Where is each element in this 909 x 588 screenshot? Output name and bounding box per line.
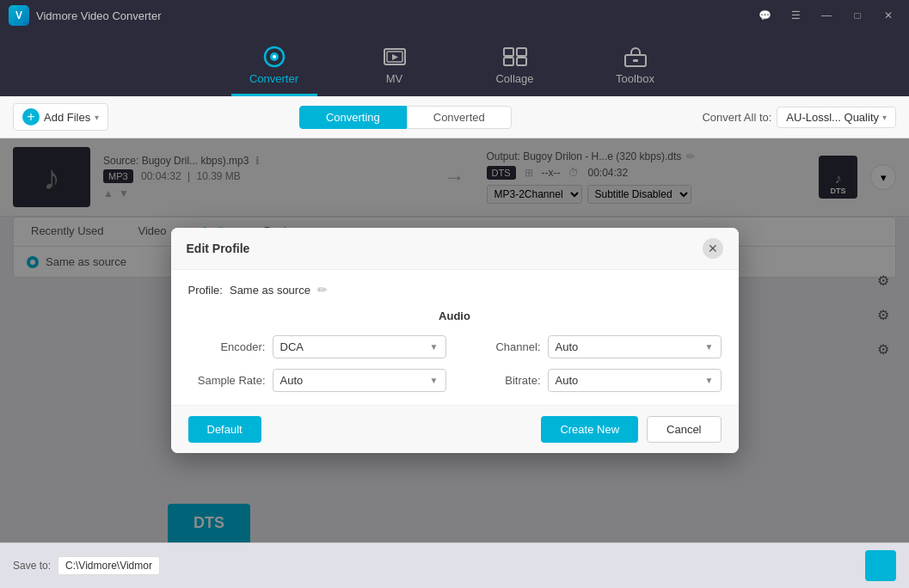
- add-files-button[interactable]: + Add Files ▾: [13, 103, 108, 131]
- mv-icon: [381, 45, 408, 69]
- convert-all-select[interactable]: AU-Lossl... Quality ▾: [777, 107, 896, 128]
- converter-icon: [261, 45, 288, 69]
- convert-all-dropdown-icon: ▾: [882, 113, 887, 122]
- menu-button[interactable]: ☰: [783, 7, 808, 24]
- sample-rate-dropdown-icon: ▼: [430, 376, 439, 385]
- svg-point-2: [273, 55, 276, 58]
- sub-tab-converted[interactable]: Converted: [407, 106, 512, 129]
- create-new-button[interactable]: Create New: [541, 416, 638, 443]
- sample-rate-select[interactable]: Auto ▼: [273, 369, 446, 392]
- collage-icon: [501, 45, 529, 69]
- encoder-row: Encoder: DCA ▼: [188, 335, 446, 358]
- audio-settings-grid: Encoder: DCA ▼ Channel: Auto ▼: [188, 335, 722, 392]
- svg-rect-10: [633, 59, 638, 62]
- titlebar: V Vidmore Video Converter 💬 ☰ — □ ✕: [0, 0, 909, 31]
- app-title: Vidmore Video Converter: [36, 9, 752, 22]
- svg-rect-5: [504, 48, 513, 56]
- bitrate-dropdown-icon: ▼: [705, 376, 714, 385]
- toolbar: + Add Files ▾ Converting Converted Conve…: [0, 96, 909, 138]
- content-area: ♪ Source: Bugoy Dril... kbps).mp3 ℹ MP3 …: [0, 138, 909, 542]
- tab-converter[interactable]: Converter: [231, 38, 317, 96]
- profile-edit-icon[interactable]: ✏: [317, 283, 328, 297]
- svg-rect-6: [517, 48, 526, 56]
- save-to-path: C:\Vidmore\Vidmor: [58, 556, 160, 575]
- modal-title: Edit Profile: [187, 242, 250, 255]
- sample-rate-label: Sample Rate:: [188, 374, 266, 387]
- svg-rect-7: [504, 58, 513, 65]
- profile-value: Same as source: [230, 284, 310, 297]
- encoder-select[interactable]: DCA ▼: [273, 335, 446, 358]
- add-files-dropdown-icon: ▾: [95, 113, 99, 122]
- encoder-dropdown-icon: ▼: [430, 342, 439, 352]
- close-button[interactable]: ✕: [876, 7, 900, 24]
- bitrate-label: Bitrate:: [464, 374, 541, 387]
- channel-dropdown-icon: ▼: [705, 342, 714, 352]
- window-controls: 💬 ☰ — □ ✕: [752, 7, 900, 24]
- edit-profile-modal: Edit Profile ✕ Profile: Same as source ✏…: [171, 228, 739, 453]
- sample-rate-row: Sample Rate: Auto ▼: [188, 369, 446, 392]
- modal-body: Profile: Same as source ✏ Audio Encoder:…: [171, 270, 739, 405]
- chat-button[interactable]: 💬: [752, 7, 777, 24]
- modal-close-button[interactable]: ✕: [703, 238, 723, 259]
- channel-select-modal[interactable]: Auto ▼: [548, 335, 722, 358]
- modal-overlay: Edit Profile ✕ Profile: Same as source ✏…: [0, 138, 909, 542]
- cancel-button[interactable]: Cancel: [647, 416, 721, 443]
- sub-tab-converting[interactable]: Converting: [299, 106, 407, 129]
- bitrate-row: Bitrate: Auto ▼: [464, 369, 722, 392]
- convert-all-section: Convert All to: AU-Lossl... Quality ▾: [702, 107, 896, 128]
- minimize-button[interactable]: —: [814, 7, 838, 24]
- add-files-plus-icon: +: [22, 108, 40, 126]
- audio-section-title: Audio: [188, 309, 722, 322]
- convert-start-button[interactable]: [865, 550, 896, 581]
- maximize-button[interactable]: □: [845, 7, 869, 24]
- bitrate-select[interactable]: Auto ▼: [548, 369, 722, 392]
- bottom-bar: Save to: C:\Vidmore\Vidmor: [0, 542, 909, 588]
- profile-row: Profile: Same as source ✏: [188, 283, 722, 297]
- tab-collage[interactable]: Collage: [472, 38, 558, 96]
- svg-rect-8: [517, 58, 526, 65]
- encoder-label: Encoder:: [188, 340, 266, 353]
- default-button[interactable]: Default: [188, 416, 261, 443]
- modal-footer: Default Create New Cancel: [171, 405, 739, 453]
- sub-tab-group: Converting Converted: [115, 106, 695, 129]
- channel-row: Channel: Auto ▼: [464, 335, 722, 358]
- toolbox-icon: [622, 45, 649, 69]
- app-logo: V: [9, 5, 29, 26]
- channel-label: Channel:: [464, 340, 541, 353]
- app-container: Converter MV Collage: [0, 31, 909, 588]
- save-to-label: Save to:: [13, 560, 51, 572]
- tab-mv[interactable]: MV: [352, 38, 438, 96]
- main-nav: Converter MV Collage: [0, 31, 909, 96]
- tab-toolbox[interactable]: Toolbox: [593, 38, 679, 96]
- modal-header: Edit Profile ✕: [171, 228, 739, 270]
